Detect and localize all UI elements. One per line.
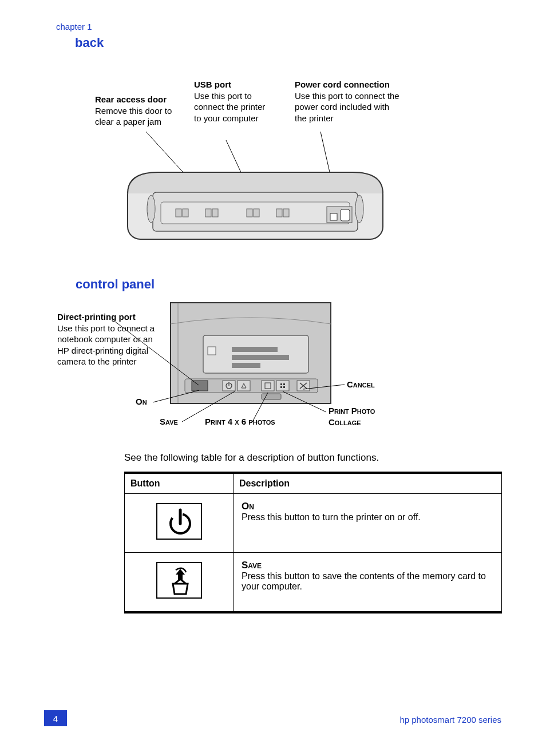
svg-rect-26 <box>192 381 208 391</box>
chapter-header: chapter 1 <box>56 22 92 31</box>
callout-body: Remove this door to clear a paper jam <box>95 106 172 127</box>
power-icon <box>156 503 202 540</box>
printer-back-illustration <box>126 168 384 247</box>
table-row: On Press this button to turn the printer… <box>125 494 502 553</box>
callout-usb-port: USB port Use this port to connect the pr… <box>194 79 268 124</box>
button-name: On <box>242 501 254 512</box>
callout-rear-access-door: Rear access door Remove this door to cle… <box>95 94 187 128</box>
table-intro-text: See the following table for a descriptio… <box>124 452 379 464</box>
svg-rect-41 <box>262 394 281 399</box>
callout-title: Direct-printing port <box>57 312 136 322</box>
svg-rect-36 <box>283 383 285 385</box>
table-row: Save Press this button to save the conte… <box>125 553 502 613</box>
svg-rect-28 <box>238 381 250 391</box>
svg-rect-11 <box>254 209 259 217</box>
button-description-text: Press this button to turn the printer on… <box>242 512 421 522</box>
svg-rect-6 <box>176 209 181 217</box>
svg-rect-9 <box>212 209 218 217</box>
callout-body: Use this port to connect the printer to … <box>194 91 265 123</box>
heading-back: back <box>75 35 104 50</box>
svg-rect-35 <box>280 383 282 385</box>
svg-rect-21 <box>208 347 216 355</box>
printer-control-panel-illustration <box>170 302 331 404</box>
table-header-button: Button <box>125 473 234 494</box>
svg-rect-10 <box>247 209 252 217</box>
callout-power-cord: Power cord connection Use this port to c… <box>295 79 403 124</box>
svg-rect-7 <box>183 209 188 217</box>
button-name: Save <box>242 560 262 571</box>
svg-rect-37 <box>280 386 282 388</box>
callout-direct-printing-port: Direct-printing port Use this port to co… <box>57 311 160 367</box>
svg-rect-38 <box>283 386 285 388</box>
heading-control-panel: control panel <box>76 277 155 292</box>
button-icon-save <box>125 553 234 613</box>
footer-product-name: hp photosmart 7200 series <box>399 715 501 725</box>
svg-rect-29 <box>262 381 274 391</box>
svg-point-17 <box>147 195 155 223</box>
callout-title: Rear access door <box>95 94 167 104</box>
button-desc-on: On Press this button to turn the printer… <box>234 494 502 553</box>
svg-rect-13 <box>283 209 289 217</box>
svg-rect-23 <box>232 355 289 360</box>
svg-point-18 <box>355 195 363 223</box>
save-icon <box>156 562 202 599</box>
svg-rect-30 <box>276 381 289 391</box>
button-desc-save: Save Press this button to save the conte… <box>234 553 502 613</box>
callout-title: USB port <box>194 80 231 89</box>
panel-label-print-photo-collage: Print Photo Collage <box>329 405 397 428</box>
svg-rect-16 <box>341 209 350 221</box>
button-icon-on <box>125 494 234 553</box>
svg-rect-8 <box>205 209 211 217</box>
table-header-description: Description <box>234 473 502 494</box>
svg-rect-15 <box>330 213 337 220</box>
callout-body: Use this port to connect a notebook comp… <box>57 323 155 367</box>
button-description-text: Press this button to save the contents o… <box>242 571 486 591</box>
button-functions-table: Button Description On Press this button … <box>124 472 502 613</box>
callout-body: Use this port to connect the power cord … <box>295 91 399 123</box>
panel-label-on: On <box>136 397 147 406</box>
svg-rect-24 <box>232 363 260 368</box>
panel-label-print-4x6: Print 4 x 6 photos <box>205 417 275 426</box>
panel-label-cancel: Cancel <box>347 379 375 389</box>
svg-rect-12 <box>276 209 282 217</box>
callout-title: Power cord connection <box>295 80 390 89</box>
svg-rect-22 <box>232 347 278 352</box>
panel-label-save: Save <box>160 417 178 426</box>
page-number: 4 <box>44 710 67 726</box>
